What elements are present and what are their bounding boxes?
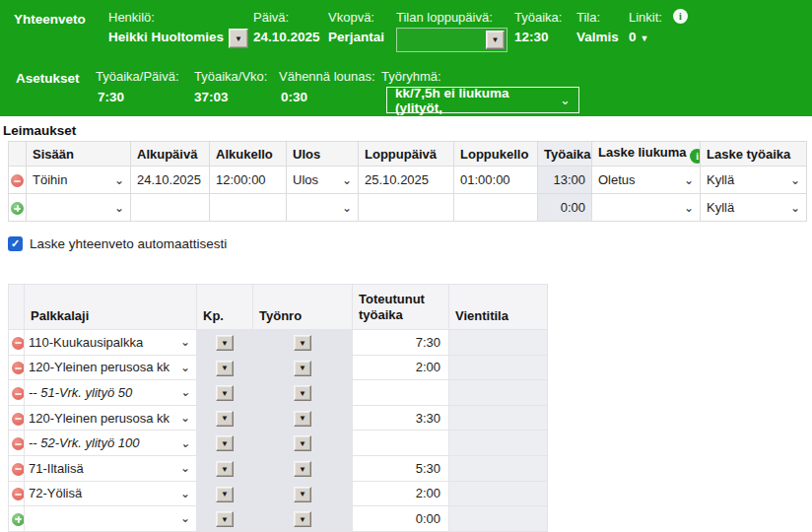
kp-dropdown-button[interactable]: ▼	[216, 411, 234, 427]
tyonro-dropdown-button[interactable]: ▼	[294, 435, 311, 451]
col-palkkalaji: Palkkalaji	[25, 285, 197, 330]
person-dropdown-button[interactable]: ▼	[229, 29, 248, 48]
auto-calc-checkbox[interactable]: ✓	[8, 236, 23, 251]
worktime-per-day-value: 7:30	[98, 90, 124, 104]
ulos-select[interactable]: ⌄	[287, 194, 359, 222]
tyonro-dropdown-button[interactable]: ▼	[294, 335, 311, 351]
loppupaiva-input[interactable]: 25.10.2025	[359, 166, 454, 194]
stamp-row-new: ⌄ ⌄ 0:00 ⌄ Kyllä⌄	[9, 194, 807, 222]
vientitila-value	[449, 431, 548, 456]
laske-liukuma-select[interactable]: Oletus⌄	[592, 166, 701, 194]
paytype-row-new: ⌄ ▼ ▼ 0:00	[9, 506, 548, 532]
worktime-label: Työaika:	[514, 10, 562, 25]
kp-dropdown-button[interactable]: ▼	[216, 335, 234, 351]
info-icon[interactable]: i	[690, 149, 700, 164]
date-label: Päivä:	[253, 10, 289, 25]
tyonro-dropdown-button[interactable]: ▼	[294, 411, 311, 427]
palkkalaji-select[interactable]: 120-Yleinen perusosa kk⌄	[25, 405, 197, 431]
palkkalaji-select[interactable]: -- 51-Vrk. ylityö 50⌄	[25, 380, 197, 406]
col-tyonro: Työnro	[253, 285, 353, 330]
minus-icon[interactable]	[12, 413, 25, 426]
triangle-down-icon: ▼	[299, 364, 306, 372]
minus-icon[interactable]	[12, 337, 25, 350]
col-alkupaiva: Alkupäivä	[131, 142, 210, 166]
chevron-down-icon: ⌄	[560, 93, 571, 107]
minus-icon[interactable]	[12, 463, 25, 476]
alkukello-input[interactable]	[210, 194, 287, 222]
tyonro-dropdown-button[interactable]: ▼	[294, 361, 311, 376]
toteutunut-tyoaika-value	[353, 380, 449, 406]
sisaan-select[interactable]: ⌄	[27, 194, 131, 222]
tyonro-dropdown-button[interactable]: ▼	[294, 511, 311, 527]
triangle-down-icon: ▼	[299, 515, 306, 524]
chevron-down-icon: ⌄	[176, 361, 190, 374]
state-end-date-dropdown-button[interactable]: ▼	[486, 31, 505, 49]
kp-dropdown-button[interactable]: ▼	[216, 361, 234, 376]
paytype-row: 120-Yleinen perusosa kk⌄ ▼ ▼ 2:00	[9, 355, 548, 380]
plus-icon[interactable]	[11, 202, 24, 215]
alkupaiva-input[interactable]	[131, 194, 210, 222]
weekday-label: Vkopvä:	[328, 10, 374, 25]
chevron-down-icon: ⌄	[680, 173, 694, 187]
palkkalaji-select[interactable]: 72-Yölisä⌄	[25, 481, 197, 506]
summary-title: Yhteenveto	[14, 12, 86, 27]
alkupaiva-input[interactable]: 24.10.2025	[131, 166, 210, 194]
date-value: 24.10.2025	[253, 30, 320, 44]
chevron-down-icon: ⌄	[786, 173, 800, 187]
palkkalaji-select[interactable]: ⌄	[25, 506, 197, 532]
worktime-per-day-label: Työaika/Päivä:	[96, 69, 179, 84]
minus-icon[interactable]	[11, 174, 24, 187]
palkkalaji-select[interactable]: 120-Yleinen perusosa kk⌄	[25, 355, 197, 380]
minus-icon[interactable]	[12, 362, 25, 374]
col-toteutunut-tyoaika: Toteutunut työaika	[353, 285, 449, 330]
vientitila-value	[449, 506, 548, 532]
paytypes-header-row: Palkkalaji Kp. Työnro Toteutunut työaika…	[9, 285, 548, 330]
col-vientitila: Vientitila	[449, 285, 548, 330]
tyonro-dropdown-button[interactable]: ▼	[294, 385, 311, 401]
state-end-date-label: Tilan loppupäivä:	[396, 10, 493, 25]
state-end-date-combo[interactable]: ▼	[396, 28, 508, 52]
kp-dropdown-button[interactable]: ▼	[216, 461, 234, 477]
minus-icon[interactable]	[12, 488, 25, 500]
person-label: Henkilö:	[108, 10, 155, 25]
laske-tyoaika-select[interactable]: Kyllä⌄	[701, 166, 807, 194]
alkukello-input[interactable]: 12:00:00	[210, 166, 287, 194]
laske-tyoaika-select[interactable]: Kyllä⌄	[701, 194, 807, 222]
links-label: Linkit:	[629, 10, 662, 25]
sisaan-select[interactable]: Töihin⌄	[27, 166, 131, 194]
kp-dropdown-button[interactable]: ▼	[216, 435, 234, 451]
triangle-down-icon: ▼	[299, 439, 306, 448]
worktime-per-week-label: Työaika/Vko:	[194, 69, 267, 84]
minus-icon[interactable]	[12, 387, 25, 400]
col-ulos: Ulos	[287, 142, 359, 166]
tyonro-dropdown-button[interactable]: ▼	[294, 487, 311, 502]
worktime-per-week-value: 37:03	[194, 90, 229, 104]
tyoaika-value: 0:00	[538, 194, 592, 222]
tyonro-dropdown-button[interactable]: ▼	[294, 461, 311, 477]
chevron-down-icon: ⌄	[110, 201, 124, 215]
kp-dropdown-button[interactable]: ▼	[216, 385, 234, 401]
triangle-down-icon: ▼	[221, 439, 229, 448]
palkkalaji-select[interactable]: 71-Iltalisä⌄	[25, 455, 197, 481]
kp-dropdown-button[interactable]: ▼	[216, 487, 234, 502]
auto-calc-label: Laske yhteenveto automaattisesti	[30, 236, 227, 251]
chevron-down-icon: ⌄	[176, 436, 190, 450]
links-value[interactable]: 0▼	[629, 30, 648, 44]
workgroup-select[interactable]: kk/7,5h ei liukuma (ylityöt, ⌄	[386, 87, 579, 113]
paytypes-table: Palkkalaji Kp. Työnro Toteutunut työaika…	[8, 284, 548, 532]
triangle-down-icon: ▼	[299, 490, 306, 499]
minus-icon[interactable]	[12, 437, 25, 450]
paytype-row: 71-Iltalisä⌄ ▼ ▼ 5:30	[9, 455, 548, 481]
info-icon[interactable]: i	[673, 9, 688, 24]
ulos-select[interactable]: Ulos⌄	[287, 166, 359, 194]
loppupaiva-input[interactable]	[359, 194, 454, 222]
palkkalaji-select[interactable]: -- 52-Vrk. ylityö 100⌄	[25, 431, 197, 456]
kp-dropdown-button[interactable]: ▼	[216, 511, 234, 527]
loppukello-input[interactable]: 01:00:00	[454, 166, 538, 194]
laske-liukuma-select[interactable]: ⌄	[592, 194, 701, 222]
triangle-down-icon: ▼	[221, 339, 229, 348]
palkkalaji-select[interactable]: 110-Kuukausipalkka⌄	[25, 330, 197, 356]
vientitila-value	[449, 481, 548, 506]
plus-icon[interactable]	[12, 513, 25, 526]
loppukello-input[interactable]	[454, 194, 538, 222]
